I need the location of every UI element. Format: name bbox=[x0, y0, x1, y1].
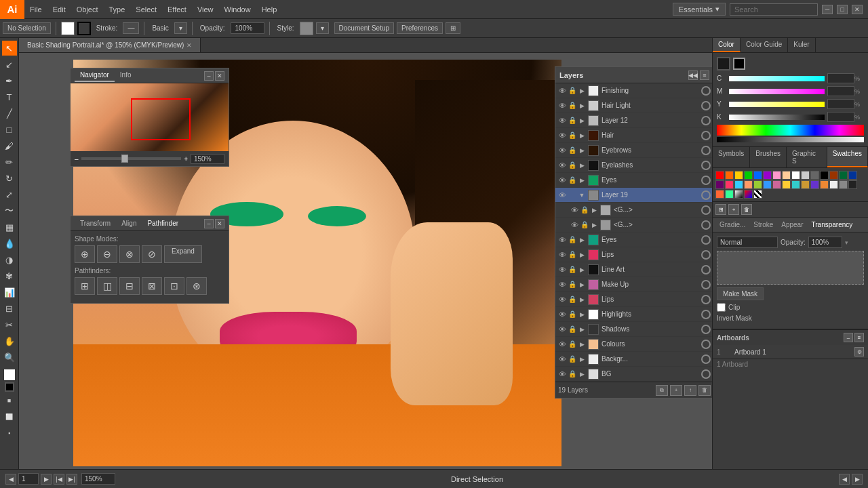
swatch-gradient1[interactable] bbox=[734, 190, 743, 199]
exclude-button[interactable]: ⊘ bbox=[142, 245, 162, 263]
zoom-out-icon[interactable]: – bbox=[75, 155, 79, 163]
close-button[interactable]: ✕ bbox=[852, 5, 863, 14]
nav-close-button[interactable]: ✕ bbox=[215, 71, 224, 81]
move-to-new-button[interactable]: ↑ bbox=[684, 385, 696, 396]
color-mode[interactable]: ■ bbox=[2, 393, 17, 408]
layer-vis-finishing[interactable]: 👁 bbox=[557, 87, 568, 95]
menu-view[interactable]: View bbox=[192, 0, 219, 18]
swatch-white[interactable] bbox=[791, 171, 800, 180]
artboard-settings-icon[interactable]: ⚙ bbox=[854, 347, 864, 357]
swatch-darkgray[interactable] bbox=[810, 171, 819, 180]
symbol-tool[interactable]: ✾ bbox=[2, 268, 17, 283]
delete-layer-button[interactable]: 🗑 bbox=[698, 385, 711, 396]
hand-tool[interactable]: ✋ bbox=[2, 333, 17, 348]
layer-lock-finishing[interactable]: 🔒 bbox=[568, 87, 577, 94]
blend-mode-select[interactable]: Normal Multiply Screen Overlay Darken Li… bbox=[717, 237, 778, 248]
layer-target-lips2[interactable] bbox=[701, 295, 711, 304]
layer-row-makeup[interactable]: 👁 🔒 ▶ Make Up bbox=[555, 277, 712, 292]
layer-expand-shadows[interactable]: ▶ bbox=[577, 326, 587, 333]
blend-tool[interactable]: ◑ bbox=[2, 252, 17, 267]
layer-lock-hair[interactable]: 🔒 bbox=[568, 131, 577, 139]
layer-row-g1[interactable]: 👁 🔒 ▶ <G...> bbox=[555, 203, 712, 218]
artboard-tool[interactable]: ⊟ bbox=[2, 301, 17, 316]
m-input[interactable] bbox=[827, 86, 854, 96]
fill-swatch[interactable] bbox=[61, 22, 75, 35]
document-tab[interactable]: Basic Shading Portrait.ai* @ 150% (CMYK/… bbox=[19, 38, 201, 52]
gradient-tool[interactable]: ▦ bbox=[2, 220, 17, 235]
menu-object[interactable]: Object bbox=[71, 0, 104, 18]
layer-target-eyes[interactable] bbox=[701, 176, 711, 185]
paint-brush-tool[interactable]: 🖌 bbox=[2, 138, 17, 153]
layer-vis-g1[interactable]: 👁 bbox=[569, 206, 580, 214]
layer-row-backgr[interactable]: 👁 🔒 ▶ Backgr... bbox=[555, 352, 712, 367]
essentials-button[interactable]: Essentials ▾ bbox=[673, 3, 726, 16]
layer-expand-hairlight[interactable]: ▶ bbox=[577, 102, 587, 109]
layer-target-highlights[interactable] bbox=[701, 310, 711, 319]
layer-lock-highlights[interactable]: 🔒 bbox=[568, 310, 577, 318]
stroke-color[interactable] bbox=[5, 382, 14, 392]
selection-indicator[interactable]: No Selection bbox=[3, 22, 51, 34]
layer-target-eyebrows[interactable] bbox=[701, 146, 711, 155]
swatch-rose[interactable] bbox=[772, 180, 781, 189]
layer-lock-lips[interactable]: 🔒 bbox=[568, 251, 577, 258]
layer-lock-g2[interactable]: 🔒 bbox=[580, 221, 589, 228]
menu-edit[interactable]: Edit bbox=[47, 0, 71, 18]
zoom-in-icon[interactable]: + bbox=[184, 155, 188, 163]
new-layer-button[interactable]: + bbox=[670, 385, 682, 396]
layer-row-hairlight[interactable]: 👁 🔒 ▶ Hair Light bbox=[555, 98, 712, 113]
layer-vis-colours[interactable]: 👁 bbox=[557, 340, 568, 348]
layer-row-lips2[interactable]: 👁 🔒 ▶ Lips bbox=[555, 292, 712, 307]
layer-vis-lips2[interactable]: 👁 bbox=[557, 296, 568, 304]
menu-window[interactable]: Window bbox=[219, 0, 256, 18]
layer-expand-lips2[interactable]: ▶ bbox=[577, 296, 587, 303]
layer-target-eyes2[interactable] bbox=[701, 235, 711, 245]
layer-row-eyelashes[interactable]: 👁 🔒 ▶ Eyelashes bbox=[555, 158, 712, 173]
crop-button[interactable]: ⊠ bbox=[142, 277, 162, 295]
clip-checkbox[interactable] bbox=[717, 303, 726, 312]
swatch-brown[interactable] bbox=[829, 171, 838, 180]
layer-expand-lineart[interactable]: ▶ bbox=[577, 266, 587, 273]
pf-close-button[interactable]: ✕ bbox=[215, 219, 224, 228]
expand-button[interactable]: Expand bbox=[164, 245, 202, 263]
layer-lock-lineart[interactable]: 🔒 bbox=[568, 266, 577, 273]
style-dropdown[interactable]: ▾ bbox=[316, 22, 329, 34]
k-input[interactable] bbox=[827, 112, 854, 122]
stroke-indicator[interactable] bbox=[77, 22, 91, 35]
layer-row-g2[interactable]: 👁 🔒 ▶ <G...> bbox=[555, 218, 712, 232]
minus-front-button[interactable]: ⊖ bbox=[97, 245, 117, 263]
type-tool[interactable]: T bbox=[2, 89, 17, 104]
tab-color[interactable]: Color bbox=[713, 38, 741, 52]
swatch-gradient2[interactable] bbox=[744, 190, 753, 199]
zoom-slider[interactable] bbox=[81, 157, 182, 160]
y-input[interactable] bbox=[827, 99, 854, 109]
layer-expand-lips[interactable]: ▶ bbox=[577, 251, 587, 258]
layer-lock-eyelashes[interactable]: 🔒 bbox=[568, 161, 577, 169]
layer-target-backgr[interactable] bbox=[701, 354, 711, 364]
y-slider[interactable] bbox=[729, 102, 825, 107]
artboards-menu-button[interactable]: ≡ bbox=[854, 333, 864, 342]
gray-spectrum[interactable] bbox=[717, 137, 864, 142]
prev-page-button[interactable]: ◀ bbox=[5, 474, 16, 485]
swatch-lightgray[interactable] bbox=[801, 171, 810, 180]
warp-tool[interactable]: 〜 bbox=[2, 203, 17, 218]
layer-target-g1[interactable] bbox=[701, 205, 711, 215]
tab-transparency[interactable]: Transparency bbox=[808, 219, 857, 230]
swatches-show-types[interactable]: ⊞ bbox=[715, 204, 726, 215]
nav-collapse-button[interactable]: – bbox=[204, 71, 214, 81]
layer-target-hair[interactable] bbox=[701, 131, 711, 140]
layer-lock-lips2[interactable]: 🔒 bbox=[568, 296, 577, 303]
layer-expand-eyebrows[interactable]: ▶ bbox=[577, 147, 587, 154]
layer-row-bg[interactable]: 👁 🔒 ▶ BG bbox=[555, 367, 712, 382]
layer-expand-finishing[interactable]: ▶ bbox=[577, 87, 587, 94]
layer-lock-layer12[interactable]: 🔒 bbox=[568, 117, 577, 124]
layer-row-shadows[interactable]: 👁 🔒 ▶ Shadows bbox=[555, 322, 712, 337]
layer-lock-backgr[interactable]: 🔒 bbox=[568, 355, 577, 363]
menu-file[interactable]: File bbox=[24, 0, 47, 18]
basic-dropdown[interactable]: ▾ bbox=[174, 22, 187, 34]
swatch-gray[interactable] bbox=[839, 180, 848, 189]
k-slider[interactable] bbox=[729, 115, 825, 120]
tab-info[interactable]: Info bbox=[115, 69, 137, 82]
menu-effect[interactable]: Effect bbox=[162, 0, 192, 18]
layer-target-g2[interactable] bbox=[701, 220, 711, 230]
layer-vis-eyes2[interactable]: 👁 bbox=[557, 236, 568, 244]
